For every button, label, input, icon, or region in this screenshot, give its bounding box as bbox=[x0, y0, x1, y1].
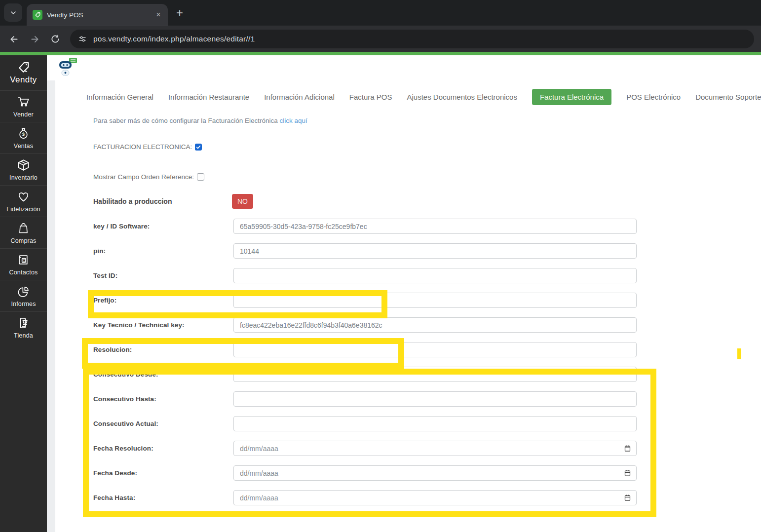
back-arrow-icon bbox=[9, 34, 19, 44]
sidebar-item-ventas[interactable]: $ Ventas bbox=[0, 122, 47, 153]
sidebar-item-compras[interactable]: Compras bbox=[0, 217, 47, 248]
tab-ajustes-documentos-electronicos[interactable]: Ajustes Documentos Electronicos bbox=[407, 93, 517, 101]
form-row-fecha-desde: Fecha Desde: dd/mm/aaaa bbox=[93, 465, 761, 481]
form-row-consecutivo-actual: Consecutivo Actual: bbox=[93, 416, 761, 431]
forward-button[interactable] bbox=[26, 30, 43, 48]
app-sidebar: Vendty Vender $ Ventas bbox=[0, 55, 47, 532]
sidebar-item-contactos[interactable]: C Contactos bbox=[0, 248, 47, 280]
form-row-pin: pin: bbox=[93, 243, 761, 259]
tab-search-button[interactable] bbox=[4, 3, 22, 22]
cart-icon bbox=[17, 95, 30, 109]
content-header bbox=[47, 55, 761, 80]
browser-toolbar: pos.vendty.com/index.php/almacenes/edita… bbox=[0, 26, 761, 52]
vendty-logo[interactable]: Vendty bbox=[0, 55, 47, 90]
heart-icon bbox=[17, 190, 30, 203]
money-bag-icon: $ bbox=[17, 127, 30, 140]
calendar-icon[interactable] bbox=[624, 445, 631, 452]
form-card: Información General Información Restaura… bbox=[55, 80, 761, 532]
form-row-consecutivo-hasta: Consecutivo Hasta: bbox=[93, 391, 761, 407]
calendar-icon[interactable] bbox=[624, 469, 631, 477]
tab-informacion-restaurante[interactable]: Información Restaurante bbox=[168, 93, 249, 101]
browser-tab-title: Vendty POS bbox=[47, 11, 154, 19]
orden-reference-checkbox[interactable] bbox=[197, 173, 204, 181]
produccion-toggle-button[interactable]: NO bbox=[232, 194, 253, 209]
form-row-resolucion: Resolucion: bbox=[93, 342, 761, 357]
orden-reference-label: Mostrar Campo Orden Reference: bbox=[93, 173, 194, 181]
site-settings-icon[interactable] bbox=[78, 35, 87, 43]
form-row-key-id-software: key / ID Software: bbox=[93, 219, 761, 234]
sidebar-item-fidelizacion[interactable]: Fidelización bbox=[0, 185, 47, 217]
forward-arrow-icon bbox=[30, 34, 40, 44]
calendar-icon[interactable] bbox=[624, 494, 631, 501]
orden-reference-row: Mostrar Campo Orden Reference: bbox=[93, 173, 761, 181]
fecha-hasta-input[interactable]: dd/mm/aaaa bbox=[233, 490, 637, 505]
form-row-consecutivo-desde: Consecutivo Desde: bbox=[93, 367, 761, 382]
browser-tabstrip: Vendty POS × + bbox=[0, 0, 761, 26]
form-row-fecha-resolucion: Fecha Resolucion: dd/mm/aaaa bbox=[93, 441, 761, 456]
sidebar-item-tienda[interactable]: Tienda bbox=[0, 311, 47, 343]
test-id-input[interactable] bbox=[233, 268, 637, 283]
facturacion-electronica-row: FACTURACION ELECTRONICA: bbox=[93, 143, 761, 151]
main-content: Información General Información Restaura… bbox=[47, 55, 761, 532]
habilitado-produccion-row: Habilitado a produccion NO bbox=[93, 193, 761, 209]
tab-informacion-adicional[interactable]: Información Adicional bbox=[264, 93, 335, 101]
consecutivo-hasta-input[interactable] bbox=[233, 391, 637, 407]
vendty-wordmark: Vendty bbox=[10, 75, 37, 85]
shopping-bag-icon bbox=[17, 222, 30, 235]
facturacion-electronica-label: FACTURACION ELECTRONICA: bbox=[93, 143, 192, 151]
web-page: Vendty Vender $ Ventas bbox=[0, 52, 761, 532]
back-button[interactable] bbox=[5, 30, 23, 48]
key-id-software-input[interactable] bbox=[233, 219, 637, 234]
pin-input[interactable] bbox=[233, 243, 637, 259]
factura-electronica-form: key / ID Software: pin: Test ID: Pr bbox=[55, 219, 761, 505]
fecha-desde-input[interactable]: dd/mm/aaaa bbox=[233, 465, 637, 481]
form-row-prefijo: Prefijo: bbox=[93, 293, 761, 308]
tab-pos-electronico[interactable]: POS Electrónico bbox=[626, 93, 681, 101]
resolucion-input[interactable] bbox=[233, 342, 637, 357]
store-icon bbox=[17, 316, 30, 330]
form-tabs: Información General Información Restaura… bbox=[86, 89, 761, 105]
brand-top-bar bbox=[0, 52, 761, 55]
tab-informacion-general[interactable]: Información General bbox=[86, 93, 153, 101]
tab-documento-soporte[interactable]: Documento Soporte bbox=[695, 93, 761, 101]
url-text[interactable]: pos.vendty.com/index.php/almacenes/edita… bbox=[93, 35, 255, 43]
habilitado-produccion-label: Habilitado a produccion bbox=[93, 197, 232, 205]
help-link[interactable]: click aquí bbox=[279, 117, 307, 124]
prefijo-input[interactable] bbox=[233, 293, 637, 308]
key-tecnico-input[interactable] bbox=[233, 317, 637, 333]
vendty-tag-icon bbox=[17, 61, 31, 75]
help-text: Para saber más de cómo configurar la Fac… bbox=[93, 117, 761, 124]
reload-icon bbox=[50, 34, 60, 44]
vendty-favicon-icon bbox=[33, 10, 42, 20]
fecha-resolucion-input[interactable]: dd/mm/aaaa bbox=[233, 441, 637, 456]
box-icon bbox=[17, 158, 30, 172]
tab-factura-electronica[interactable]: Factura Electrónica bbox=[532, 89, 611, 105]
facturacion-electronica-checkbox[interactable] bbox=[195, 144, 202, 151]
consecutivo-desde-input[interactable] bbox=[233, 367, 637, 382]
pie-chart-icon bbox=[17, 285, 30, 298]
reload-button[interactable] bbox=[46, 30, 64, 48]
browser-tab[interactable]: Vendty POS × bbox=[27, 4, 168, 26]
chatbot-robot-icon[interactable] bbox=[57, 57, 78, 78]
tab-factura-pos[interactable]: Factura POS bbox=[349, 93, 392, 101]
consecutivo-actual-input[interactable] bbox=[233, 416, 637, 431]
sidebar-item-inventario[interactable]: Inventario bbox=[0, 153, 47, 185]
form-row-key-tecnico: Key Tecnico / Technical key: bbox=[93, 317, 761, 333]
contacts-book-icon: C bbox=[17, 253, 30, 266]
form-row-test-id: Test ID: bbox=[93, 268, 761, 283]
address-bar[interactable]: pos.vendty.com/index.php/almacenes/edita… bbox=[70, 30, 754, 48]
browser-window: Vendty POS × + pos.vendty.com/index.php/… bbox=[0, 0, 761, 532]
svg-text:$: $ bbox=[22, 131, 25, 137]
form-row-fecha-hasta: Fecha Hasta: dd/mm/aaaa bbox=[93, 490, 761, 505]
tab-close-icon[interactable]: × bbox=[154, 10, 163, 19]
svg-text:C: C bbox=[23, 258, 25, 262]
new-tab-button[interactable]: + bbox=[173, 6, 187, 20]
sidebar-item-vender[interactable]: Vender bbox=[0, 90, 47, 122]
chevron-down-icon bbox=[9, 9, 17, 17]
sidebar-item-informes[interactable]: Informes bbox=[0, 280, 47, 311]
